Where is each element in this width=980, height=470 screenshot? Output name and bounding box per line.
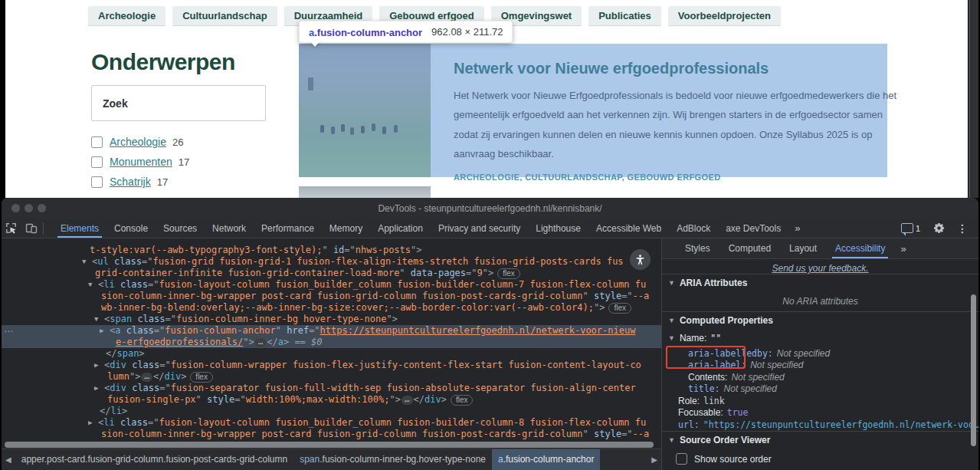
code-line[interactable]: sion-column-inner-bg-wrapper post-card f… [2,291,661,302]
devtools-tab-axe-devtools[interactable]: axe DevTools [718,219,788,238]
tree-expand-arrow-icon[interactable]: ▼ [82,256,92,268]
devtools-tab-performance[interactable]: Performance [254,219,322,238]
elements-sidebar: StylesComputedLayoutAccessibility» Send … [661,238,978,470]
tree-expand-arrow-icon[interactable]: ▼ [94,314,104,325]
code-line[interactable]: t-style:var(--awb-typography3-font-style… [2,245,661,256]
breadcrumb-item[interactable]: a.fusion-column-anchor [492,449,600,470]
feedback-link[interactable]: Send us your feedback. [772,263,868,274]
devtools-tab-adblock[interactable]: AdBlock [669,219,718,238]
code-line[interactable]: grid-container-infinite fusion-grid-cont… [2,268,661,279]
sidebar-tab-accessibility[interactable]: Accessibility [826,238,894,258]
devtools-tab-elements[interactable]: Elements [53,219,107,238]
post-card-highlighted[interactable]: Netwerk voor Nieuwe erfgoedprofessionals… [299,44,887,177]
section-computed-properties[interactable]: ▼ Computed Properties [662,311,978,329]
search-input[interactable] [91,85,266,121]
filter-checkbox[interactable] [91,176,103,188]
tree-expand-arrow-icon[interactable]: ▶ [100,325,110,337]
sidebar-tab-computed[interactable]: Computed [719,238,780,258]
property-value: link [703,396,725,406]
devtools-tab-sources[interactable]: Sources [156,219,205,238]
site-nav-tab[interactable]: Archeologie [88,6,166,25]
sidebar-tab-layout[interactable]: Layout [780,238,826,258]
section-aria-attributes[interactable]: ▼ ARIA Attributes [662,274,978,291]
filter-link[interactable]: Schatrijk [110,176,151,188]
vertical-scrollbar-thumb[interactable] [971,294,976,446]
flex-badge[interactable]: flex [497,268,520,279]
site-nav-tab[interactable]: Voorbeeldprojecten [668,6,781,25]
filter-checkbox[interactable] [91,136,103,148]
more-tabs-chevron[interactable]: » [788,222,806,234]
show-source-order-checkbox[interactable] [676,453,687,465]
computed-property-row[interactable]: aria-labelledby:Not specified [662,347,978,360]
sidebar-tab-styles[interactable]: Styles [676,238,719,258]
breadcrumb-left-chevron[interactable]: ◀ [2,455,15,464]
site-nav-tab[interactable]: Publicaties [588,6,661,25]
filter-checkbox[interactable] [91,156,103,168]
inspect-element-icon[interactable] [2,219,21,238]
devtools-tab-privacy-and-security[interactable]: Privacy and security [431,219,528,238]
settings-gear-icon[interactable] [932,219,946,238]
window-close-button[interactable] [11,204,20,212]
devtools-tab-accessible-web[interactable]: Accessible Web [588,219,669,238]
breadcrumb-item[interactable]: apper.post-card.fusion-grid-column.fusio… [15,449,293,470]
section-source-order-viewer[interactable]: ▼ Source Order Viewer [662,431,978,449]
computed-property-row[interactable]: Role:link [662,395,978,407]
site-nav-tab[interactable]: Cultuurlandschap [172,6,277,25]
inline-expand-ellipsis[interactable]: … [255,338,267,347]
devtools-window-title: DevTools - steunpuntcultureelerfgoednh.n… [2,203,978,214]
selected-node-gutter-dots[interactable]: ⋯ [4,326,14,337]
code-line[interactable]: ▶<div class="fusion-separator fusion-ful… [2,383,661,394]
code-line[interactable]: ▶<li class="fusion-layout-column fusion_… [2,417,661,429]
tree-expand-arrow-icon[interactable]: ▼ [88,279,98,291]
tree-expand-arrow-icon[interactable]: ▶ [88,417,98,429]
sidebar-more-tabs-chevron[interactable]: » [894,243,912,255]
devtools-tab-console[interactable]: Console [107,219,156,238]
devtools-tab-network[interactable]: Network [205,219,254,238]
filter-link[interactable]: Archeologie [110,136,166,148]
card-category-tags[interactable]: ARCHEOLOGIE, CULTUURLANDSCHAP, GEBOUWD E… [454,173,902,182]
computed-name-row[interactable]: ▼ Name: "" [662,329,978,347]
tooltip-pointer [310,41,320,47]
devtools-tab-lighthouse[interactable]: Lighthouse [528,219,588,238]
filter-count: 17 [157,176,168,188]
breadcrumb-item[interactable]: span.fusion-column-inner-bg.hover-type-n… [293,449,492,470]
devtools-tab-application[interactable]: Application [370,219,431,238]
inline-expand-ellipsis[interactable]: … [402,396,413,405]
computed-property-row[interactable]: Contents:Not specified [662,371,978,383]
inline-expand-ellipsis[interactable]: … [141,373,152,382]
flex-badge[interactable]: flex [451,395,474,406]
code-line[interactable]: ▼<li class="fusion-layout-column fusion_… [2,279,661,291]
code-line[interactable]: e-erfgoedprofessionals/">…</a> == $0 [2,337,661,348]
breadcrumb-right-chevron[interactable]: ▶ [647,455,661,464]
code-line[interactable]: ▼<ul class="fusion-grid fusion-grid-1 fu… [2,256,661,268]
horizontal-scrollbar-thumb[interactable] [5,442,654,448]
computed-property-row[interactable]: title:Not specified [662,383,978,396]
device-toolbar-icon[interactable] [21,219,41,238]
devtools-tab-memory[interactable]: Memory [322,219,370,238]
code-line[interactable]: sion-column-inner-bg-wrapper post-card f… [2,429,661,440]
tree-expand-arrow-icon[interactable]: ▶ [94,383,104,394]
computed-property-row[interactable]: url:"https://steunpuntcultureelerfgoednh… [662,419,978,431]
code-line[interactable]: </li> [2,406,661,417]
tree-expand-arrow-icon[interactable]: ▶ [94,360,104,371]
flex-badge[interactable]: flex [190,372,213,383]
code-line[interactable]: ▼<span class="fusion-column-inner-bg hov… [2,314,661,325]
code-line[interactable]: fusion-single-px" style="width:100%;max-… [2,394,661,406]
issues-counter[interactable]: 1 [901,223,920,233]
code-line[interactable]: ▶<a class="fusion-column-anchor" href="h… [2,325,661,337]
accessibility-overlay-icon[interactable] [630,249,651,270]
flex-badge[interactable]: flex [608,303,631,314]
computed-property-row[interactable]: aria-label:Not specified [662,360,978,372]
window-zoom-button[interactable] [38,204,46,212]
filter-link[interactable]: Monumenten [110,156,172,168]
kebab-menu-icon[interactable]: ⋮ [957,222,968,235]
card-title[interactable]: Netwerk voor Nieuwe erfgoedprofessionals [454,60,902,77]
code-line[interactable]: lumn">…</div>flex [2,371,661,383]
computed-property-row[interactable]: Focusable:true [662,407,978,419]
element-breadcrumb-bar: ◀ apper.post-card.fusion-grid-column.fus… [2,449,661,470]
code-line[interactable]: wb-inner-bg-blend:overlay;--awb-inner-bg… [2,302,661,314]
code-line[interactable]: </span> [2,348,661,360]
code-line[interactable]: ▶<div class="fusion-column-wrapper fusio… [2,360,661,371]
window-minimize-button[interactable] [25,204,33,212]
accessibility-pane: Send us your feedback. ▼ ARIA Attributes… [662,258,978,470]
